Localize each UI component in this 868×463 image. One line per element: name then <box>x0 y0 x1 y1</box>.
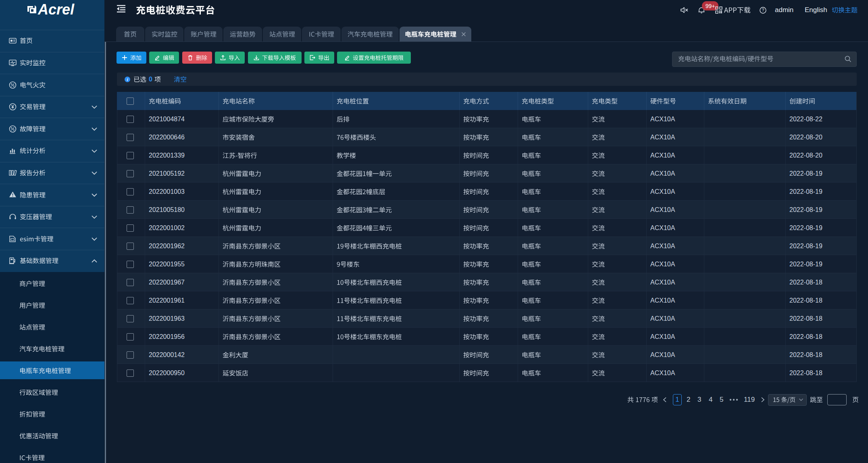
svg-text:?: ? <box>762 8 764 12</box>
